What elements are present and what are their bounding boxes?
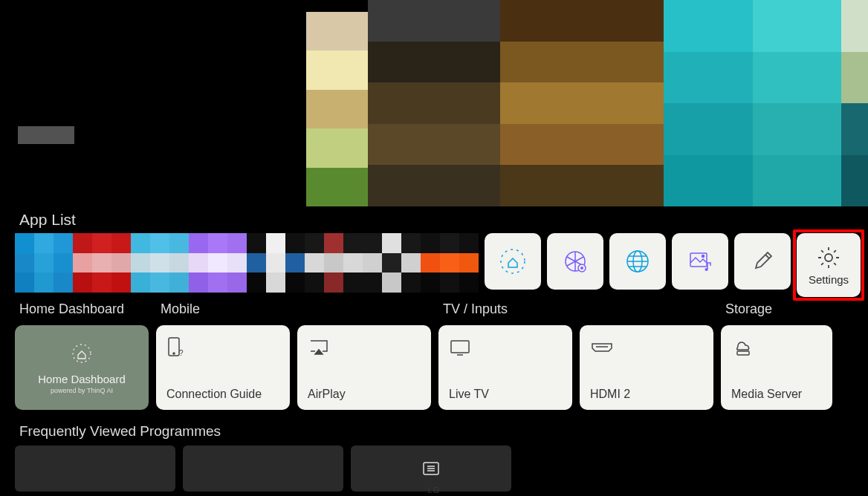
section-label-app-list: App List — [19, 211, 853, 229]
connection-guide-card[interactable]: ? Connection Guide — [156, 325, 290, 410]
globe-icon — [624, 248, 651, 275]
cloud-server-icon — [731, 338, 754, 357]
app-tile[interactable] — [363, 233, 421, 293]
svg-rect-14 — [451, 341, 469, 353]
card-label: AirPlay — [308, 388, 421, 401]
settings-label: Settings — [809, 273, 849, 286]
svg-rect-15 — [737, 351, 749, 355]
home-hub-icon — [498, 247, 528, 276]
home-dashboard-card[interactable]: Home Dashboard powered by ThinQ AI — [15, 325, 149, 410]
app-tile-home-hub[interactable] — [485, 233, 541, 290]
app-tile-edit[interactable] — [734, 233, 791, 290]
programme-tile[interactable] — [183, 446, 343, 492]
svg-point-12 — [173, 353, 175, 354]
app-list-row: Settings — [15, 233, 853, 293]
tv-icon — [449, 339, 471, 356]
home-dashboard-icon — [68, 342, 95, 368]
sports-icon — [561, 247, 589, 275]
gear-icon — [816, 245, 841, 270]
background-fragment — [18, 126, 74, 144]
app-tile[interactable] — [15, 233, 73, 293]
section-label-mobile: Mobile — [161, 301, 431, 319]
live-tv-card[interactable]: Live TV — [438, 325, 572, 410]
section-label-home-dashboard: Home Dashboard — [19, 301, 149, 319]
svg-point-9 — [825, 254, 832, 261]
hdmi2-card[interactable]: HDMI 2 — [580, 325, 713, 410]
pencil-icon — [749, 248, 776, 275]
gallery-music-icon — [687, 248, 713, 275]
airplay-icon — [308, 338, 330, 357]
dashboard-row: Home Dashboard Home Dashboard powered by… — [15, 301, 853, 410]
svg-text:?: ? — [179, 349, 184, 357]
card-label: Live TV — [449, 388, 562, 401]
app-tile[interactable] — [305, 233, 363, 293]
svg-point-3 — [580, 267, 583, 270]
programme-menu-tile[interactable] — [351, 446, 511, 492]
hdmi-icon — [590, 341, 614, 354]
app-tile[interactable] — [247, 233, 305, 293]
frequently-viewed-row — [15, 446, 853, 492]
app-tile[interactable] — [131, 233, 189, 293]
card-label: HDMI 2 — [590, 388, 703, 401]
app-tile-browser[interactable] — [609, 233, 666, 290]
phone-help-icon: ? — [166, 336, 184, 359]
list-icon — [422, 461, 440, 476]
background-preview — [0, 0, 868, 206]
card-label: Connection Guide — [166, 388, 279, 401]
media-server-card[interactable]: Media Server — [721, 325, 832, 410]
brand-logo: LG — [428, 486, 441, 495]
airplay-card[interactable]: AirPlay — [297, 325, 431, 410]
section-label-frequently-viewed: Frequently Viewed Programmes — [19, 423, 853, 440]
app-tile-sports[interactable] — [547, 233, 603, 290]
programme-tile[interactable] — [15, 446, 175, 492]
home-dashboard-title: Home Dashboard — [38, 373, 126, 385]
app-tile[interactable] — [189, 233, 247, 293]
section-label-tv-inputs: TV / Inputs — [443, 301, 713, 319]
svg-point-0 — [501, 249, 525, 273]
section-label-storage: Storage — [725, 301, 832, 319]
card-label: Media Server — [731, 388, 822, 401]
home-dashboard-subtitle: powered by ThinQ AI — [51, 387, 113, 394]
svg-point-8 — [705, 268, 708, 271]
app-tile-settings[interactable]: Settings — [797, 233, 861, 297]
app-tile[interactable] — [421, 233, 479, 293]
app-tile[interactable] — [73, 233, 131, 293]
svg-point-7 — [702, 255, 705, 258]
app-tile-gallery[interactable] — [672, 233, 728, 290]
svg-point-10 — [73, 345, 91, 362]
